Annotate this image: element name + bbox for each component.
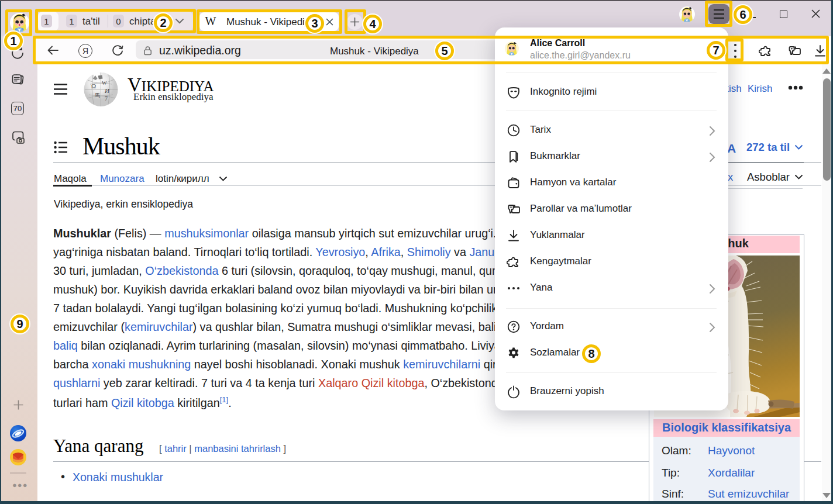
svg-text:7: 7	[105, 95, 108, 102]
svg-text:W: W	[102, 80, 107, 86]
svg-text:Ω: Ω	[91, 82, 96, 89]
svg-text:馬: 馬	[94, 92, 100, 98]
svg-text:И: И	[104, 87, 110, 94]
